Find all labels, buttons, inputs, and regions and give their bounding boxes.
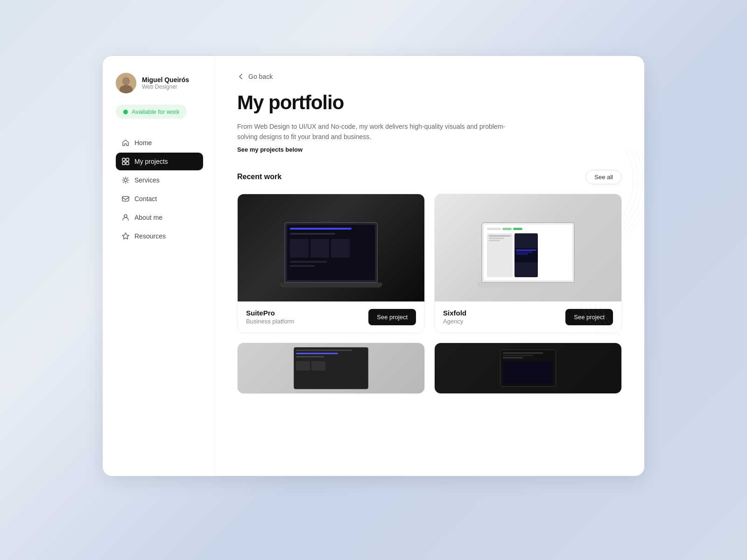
- sidebar: Miguel Queirós Web Designer Available fo…: [103, 56, 215, 476]
- svg-rect-8: [122, 196, 129, 201]
- projects-icon: [121, 157, 130, 166]
- project-info-sixfold: Sixfold Agency See project: [435, 301, 621, 333]
- see-all-button[interactable]: See all: [585, 170, 622, 184]
- sidebar-item-my-projects[interactable]: My projects: [116, 153, 203, 170]
- project-details-sixfold: Sixfold Agency: [443, 309, 466, 325]
- svg-point-9: [124, 215, 127, 217]
- svg-rect-5: [122, 162, 125, 165]
- available-badge: Available for work: [116, 105, 187, 119]
- about-me-label: About me: [134, 214, 162, 221]
- svg-rect-6: [126, 162, 129, 165]
- thumbnail-dark: [238, 194, 424, 301]
- project-card-partial-1: [237, 343, 425, 394]
- home-icon: [121, 139, 130, 147]
- resources-label: Resources: [134, 232, 166, 240]
- partial-thumbnail-1: [238, 343, 424, 393]
- resources-icon: [121, 232, 130, 240]
- go-back-label: Go back: [248, 73, 273, 80]
- services-label: Services: [134, 176, 160, 184]
- about-icon: [121, 213, 130, 222]
- main-content: Go back My portfolio From Web Design to …: [215, 56, 644, 476]
- projects-grid: SuitePro Business platform See project: [237, 194, 622, 333]
- svg-rect-4: [126, 158, 129, 161]
- page-description: From Web Design to UI/UX and No-code, my…: [237, 121, 508, 142]
- sidebar-item-services[interactable]: Services: [116, 171, 203, 189]
- project-info-suitepro: SuitePro Business platform See project: [238, 301, 424, 333]
- nav-list: Home My projects: [116, 134, 203, 245]
- project-type-sixfold: Agency: [443, 318, 466, 325]
- sidebar-item-home[interactable]: Home: [116, 134, 203, 152]
- avatar: [116, 73, 136, 93]
- project-card-suitepro: SuitePro Business platform See project: [237, 194, 425, 333]
- project-thumbnail-sixfold: [435, 194, 621, 301]
- svg-point-7: [124, 179, 127, 182]
- profile-name: Miguel Queirós: [142, 76, 189, 84]
- profile-section: Miguel Queirós Web Designer: [116, 73, 203, 93]
- profile-title: Web Designer: [142, 84, 189, 90]
- available-text: Available for work: [132, 108, 179, 115]
- see-project-button-sixfold[interactable]: See project: [565, 309, 613, 325]
- project-thumbnail-suitepro: [238, 194, 424, 301]
- project-card-sixfold: Sixfold Agency See project: [434, 194, 622, 333]
- my-projects-label: My projects: [134, 158, 168, 165]
- project-name: SuitePro: [246, 309, 294, 317]
- see-project-button-suitepro[interactable]: See project: [368, 309, 416, 325]
- page-title: My portfolio: [237, 91, 622, 114]
- profile-info: Miguel Queirós Web Designer: [142, 76, 189, 90]
- sidebar-item-contact[interactable]: Contact: [116, 190, 203, 208]
- contact-label: Contact: [134, 195, 157, 203]
- projects-grid-bottom: [237, 343, 622, 394]
- see-below-text: See my projects below: [237, 146, 622, 153]
- sidebar-item-resources[interactable]: Resources: [116, 227, 203, 245]
- services-icon: [121, 176, 130, 184]
- thumbnail-light: [435, 194, 621, 301]
- svg-rect-3: [122, 158, 125, 161]
- go-back-button[interactable]: Go back: [237, 73, 622, 80]
- project-card-partial-2: [434, 343, 622, 394]
- home-label: Home: [134, 139, 152, 147]
- available-dot: [123, 110, 128, 114]
- project-details: SuitePro Business platform: [246, 309, 294, 325]
- svg-point-1: [122, 77, 130, 85]
- contact-icon: [121, 195, 130, 203]
- main-card: Miguel Queirós Web Designer Available fo…: [103, 56, 644, 476]
- section-header: Recent work See all: [237, 170, 622, 184]
- arrow-left-icon: [237, 73, 245, 80]
- project-type: Business platform: [246, 318, 294, 325]
- sidebar-item-about-me[interactable]: About me: [116, 209, 203, 226]
- partial-thumbnail-2: [435, 343, 621, 393]
- project-name-sixfold: Sixfold: [443, 309, 466, 317]
- recent-work-title: Recent work: [237, 173, 282, 181]
